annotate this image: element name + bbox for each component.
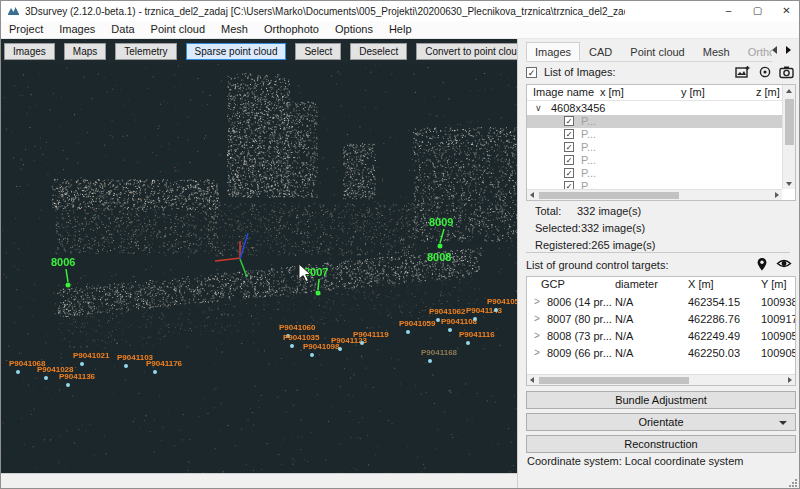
camera-position-label[interactable]: P9041168 <box>421 348 457 357</box>
bottom-strip <box>1 473 517 489</box>
add-image-icon[interactable] <box>735 65 751 79</box>
chevron-collapsed-icon[interactable]: > <box>534 345 540 361</box>
gcp-col-diameter[interactable]: diameter <box>615 278 658 290</box>
camera-marker-dot <box>310 353 314 357</box>
chevron-collapsed-icon[interactable]: > <box>534 328 540 344</box>
gcp-marker-label[interactable]: 8008 <box>427 251 451 263</box>
menu-item-orthophoto[interactable]: Orthophoto <box>256 21 327 38</box>
image-checkbox[interactable]: ✓ <box>564 155 574 165</box>
chevron-collapsed-icon[interactable]: > <box>534 294 540 310</box>
viewport-3d[interactable]: 8006800780088009P9041021P9041068P9041028… <box>1 63 517 473</box>
close-button[interactable]: ✕ <box>772 1 800 21</box>
tab-images[interactable]: Images <box>526 42 580 61</box>
images-col-y[interactable]: y [m] <box>681 86 705 98</box>
toolbar-button-convert-to-point-cloud[interactable]: Convert to point cloud <box>416 43 531 60</box>
camera-marker-dot <box>466 341 470 345</box>
images-col-z[interactable]: z [m] <box>756 86 780 98</box>
toolbar-button-maps[interactable]: Maps <box>64 43 106 60</box>
list-of-images-label: List of Images: <box>544 66 616 78</box>
camera-position-label[interactable]: P9041176 <box>146 359 182 368</box>
image-row[interactable]: ✓P... <box>527 128 782 141</box>
orientate-button[interactable]: Orientate <box>526 413 796 431</box>
images-col-x[interactable]: x [m] <box>600 86 624 98</box>
gcp-col-y[interactable]: Y [m] <box>761 278 786 290</box>
images-v-scrollbar[interactable] <box>782 85 795 189</box>
toolbar-button-deselect[interactable]: Deselect <box>350 43 407 60</box>
gcp-col-x[interactable]: X [m] <box>688 278 714 290</box>
menu-item-data[interactable]: Data <box>103 21 142 38</box>
tab-scroll-left-icon[interactable] <box>772 46 777 54</box>
map-pin-icon[interactable] <box>756 257 768 272</box>
camera-marker-dot <box>428 359 432 363</box>
tab-orthophoto[interactable]: Orthophoto <box>739 42 772 61</box>
image-checkbox[interactable]: ✓ <box>564 116 574 126</box>
gcp-row[interactable]: >8006 (14 pr...N/A462354.15100938. <box>527 294 795 311</box>
camera-position-label[interactable]: P9041059 <box>399 319 435 328</box>
image-row[interactable]: ✓P... <box>527 180 782 189</box>
image-checkbox[interactable]: ✓ <box>564 181 574 189</box>
images-h-scrollbar[interactable] <box>527 189 782 200</box>
image-row[interactable]: ✓P... <box>527 141 782 154</box>
resize-grip[interactable] <box>788 478 798 488</box>
gcp-table: GCP diameter X [m] Y [m] >8006 (14 pr...… <box>526 276 796 386</box>
orientate-dropdown-icon[interactable] <box>779 421 787 425</box>
bundle-adjustment-button[interactable]: Bundle Adjustment <box>526 391 796 409</box>
chevron-collapsed-icon[interactable]: > <box>534 311 540 327</box>
camera-position-label[interactable]: P9041062 <box>429 307 465 316</box>
center-target-icon[interactable] <box>758 65 772 79</box>
toolbar-button-telemetry[interactable]: Telemetry <box>115 43 176 60</box>
camera-position-label[interactable]: P9041035 <box>283 333 319 342</box>
gcp-cell-x: 462249.49 <box>688 328 740 344</box>
tab-scroll-right-icon[interactable] <box>786 46 791 54</box>
gcp-cell-diameter: N/A <box>615 294 633 310</box>
camera-position-label[interactable]: P9041116 <box>459 330 495 339</box>
images-col-name[interactable]: Image name <box>533 86 594 98</box>
gcp-cell-y: 100938. <box>761 294 795 310</box>
gcp-marker-label[interactable]: 8006 <box>51 256 75 268</box>
camera-marker-dot <box>290 344 294 348</box>
minimize-button[interactable]: – <box>714 1 743 21</box>
gcp-row[interactable]: >8008 (73 pr...N/A462249.49100905. <box>527 328 795 345</box>
menu-item-help[interactable]: Help <box>381 21 420 38</box>
camera-position-label[interactable]: P9041136 <box>59 372 95 381</box>
gcp-h-scrollbar[interactable] <box>527 374 795 385</box>
image-name: P... <box>581 154 596 166</box>
menu-item-point-cloud[interactable]: Point cloud <box>143 21 213 38</box>
image-row[interactable]: ✓P... <box>527 154 782 167</box>
camera-position-label[interactable]: P9041021 <box>73 351 109 360</box>
image-checkbox[interactable]: ✓ <box>564 129 574 139</box>
chevron-expanded-icon[interactable]: ∨ <box>535 101 542 115</box>
camera-icon[interactable] <box>779 65 794 79</box>
list-of-images-checkbox[interactable]: ✓ <box>526 67 537 78</box>
menu-item-options[interactable]: Options <box>327 21 381 38</box>
camera-position-label[interactable]: P9041060 <box>279 323 315 332</box>
maximize-button[interactable]: ▢ <box>743 1 772 21</box>
camera-position-label[interactable]: P9041058 <box>487 297 517 306</box>
toolbar-button-images[interactable]: Images <box>4 43 55 60</box>
eye-icon[interactable] <box>776 257 792 270</box>
menu-item-project[interactable]: Project <box>1 21 51 38</box>
tab-mesh[interactable]: Mesh <box>694 42 739 61</box>
image-row[interactable]: ✓P... <box>527 167 782 180</box>
tab-point-cloud[interactable]: Point cloud <box>621 42 693 61</box>
gcp-row[interactable]: >8007 (80 pr...N/A462286.76100917. <box>527 311 795 328</box>
image-checkbox[interactable]: ✓ <box>564 168 574 178</box>
menu-item-images[interactable]: Images <box>51 21 103 38</box>
camera-marker-dot <box>406 330 410 334</box>
point-cloud-canvas[interactable] <box>1 63 517 473</box>
gcp-col-name[interactable]: GCP <box>541 278 565 290</box>
title-bar[interactable]: 3Dsurvey (2.12.0-beta.1) - trznica_del2_… <box>1 1 800 21</box>
gcp-marker-label[interactable]: 8009 <box>429 216 453 228</box>
menu-item-mesh[interactable]: Mesh <box>213 21 256 38</box>
image-row[interactable]: ✓P... <box>527 115 782 128</box>
toolbar-button-sparse-point-cloud[interactable]: Sparse point cloud <box>186 43 287 60</box>
gcp-row[interactable]: >8009 (66 pr...N/A462250.03100905. <box>527 345 795 362</box>
toolbar-button-select[interactable]: Select <box>295 43 341 60</box>
tab-cad[interactable]: CAD <box>580 42 621 61</box>
image-checkbox[interactable]: ✓ <box>564 142 574 152</box>
camera-position-label[interactable]: P9041108 <box>441 317 477 326</box>
reconstruction-button[interactable]: Reconstruction <box>526 435 796 453</box>
gcp-cell-y: 100905. <box>761 328 795 344</box>
image-group-row[interactable]: ∨ 4608x3456 <box>527 101 782 115</box>
camera-position-label[interactable]: P9041119 <box>353 330 389 339</box>
